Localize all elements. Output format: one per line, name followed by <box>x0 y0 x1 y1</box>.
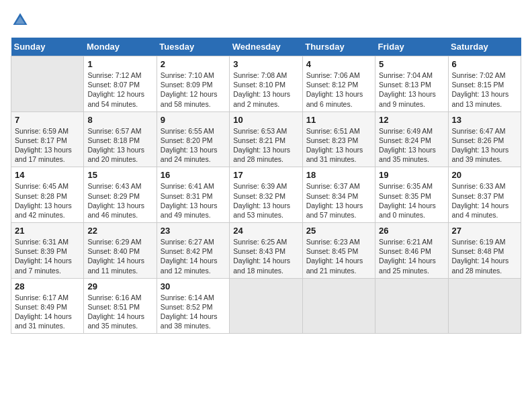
calendar-day-cell: 13Sunrise: 6:47 AMSunset: 8:26 PMDayligh… <box>448 111 521 167</box>
day-number: 30 <box>161 281 226 291</box>
day-info: Sunrise: 6:27 AMSunset: 8:42 PMDaylight:… <box>161 237 226 275</box>
calendar-day-cell: 28Sunrise: 6:17 AMSunset: 8:49 PMDayligh… <box>11 278 84 334</box>
day-number: 12 <box>379 115 444 125</box>
calendar-day-cell: 1Sunrise: 7:12 AMSunset: 8:07 PMDaylight… <box>84 56 157 112</box>
logo <box>11 11 32 30</box>
day-of-week-header: Friday <box>375 38 448 56</box>
day-number: 14 <box>15 170 80 180</box>
day-number: 15 <box>87 170 152 180</box>
calendar-day-cell: 15Sunrise: 6:43 AMSunset: 8:29 PMDayligh… <box>84 167 157 223</box>
calendar-day-cell: 11Sunrise: 6:51 AMSunset: 8:23 PMDayligh… <box>302 111 375 167</box>
day-number: 29 <box>87 281 152 291</box>
calendar-day-cell: 26Sunrise: 6:21 AMSunset: 8:46 PMDayligh… <box>375 223 448 279</box>
calendar-day-cell: 20Sunrise: 6:33 AMSunset: 8:37 PMDayligh… <box>448 167 521 223</box>
day-info: Sunrise: 6:25 AMSunset: 8:43 PMDaylight:… <box>233 237 298 275</box>
day-info: Sunrise: 7:06 AMSunset: 8:12 PMDaylight:… <box>306 71 371 109</box>
calendar-week-row: 1Sunrise: 7:12 AMSunset: 8:07 PMDaylight… <box>11 56 521 112</box>
calendar-day-cell <box>302 278 375 334</box>
day-info: Sunrise: 6:19 AMSunset: 8:48 PMDaylight:… <box>452 237 517 275</box>
calendar-day-cell: 4Sunrise: 7:06 AMSunset: 8:12 PMDaylight… <box>302 56 375 112</box>
day-number: 21 <box>15 226 80 236</box>
calendar-day-cell: 5Sunrise: 7:04 AMSunset: 8:13 PMDaylight… <box>375 56 448 112</box>
day-info: Sunrise: 6:16 AMSunset: 8:51 PMDaylight:… <box>87 293 152 331</box>
calendar-day-cell: 25Sunrise: 6:23 AMSunset: 8:45 PMDayligh… <box>302 223 375 279</box>
day-number: 22 <box>87 226 152 236</box>
logo-icon <box>11 11 30 30</box>
calendar-day-cell: 24Sunrise: 6:25 AMSunset: 8:43 PMDayligh… <box>230 223 302 279</box>
calendar-day-cell: 22Sunrise: 6:29 AMSunset: 8:40 PMDayligh… <box>84 223 157 279</box>
calendar-day-cell: 23Sunrise: 6:27 AMSunset: 8:42 PMDayligh… <box>157 223 229 279</box>
day-info: Sunrise: 7:12 AMSunset: 8:07 PMDaylight:… <box>87 71 152 109</box>
day-info: Sunrise: 6:33 AMSunset: 8:37 PMDaylight:… <box>452 181 517 220</box>
day-info: Sunrise: 6:21 AMSunset: 8:46 PMDaylight:… <box>379 237 444 275</box>
day-info: Sunrise: 6:23 AMSunset: 8:45 PMDaylight:… <box>306 237 371 275</box>
calendar-day-cell: 9Sunrise: 6:55 AMSunset: 8:20 PMDaylight… <box>157 111 229 167</box>
day-number: 7 <box>15 115 80 125</box>
day-number: 25 <box>306 226 371 236</box>
day-number: 5 <box>379 59 444 69</box>
calendar-day-cell: 12Sunrise: 6:49 AMSunset: 8:24 PMDayligh… <box>375 111 448 167</box>
calendar-day-cell: 27Sunrise: 6:19 AMSunset: 8:48 PMDayligh… <box>448 223 521 279</box>
day-number: 18 <box>306 170 371 180</box>
calendar-day-cell: 7Sunrise: 6:59 AMSunset: 8:17 PMDaylight… <box>11 111 84 167</box>
day-info: Sunrise: 6:17 AMSunset: 8:49 PMDaylight:… <box>15 293 80 331</box>
day-of-week-header: Wednesday <box>230 38 302 56</box>
day-info: Sunrise: 6:57 AMSunset: 8:18 PMDaylight:… <box>87 126 152 165</box>
day-info: Sunrise: 6:35 AMSunset: 8:35 PMDaylight:… <box>379 181 444 220</box>
day-number: 3 <box>233 59 298 69</box>
day-number: 24 <box>233 226 298 236</box>
calendar-week-row: 28Sunrise: 6:17 AMSunset: 8:49 PMDayligh… <box>11 278 521 334</box>
day-info: Sunrise: 7:08 AMSunset: 8:10 PMDaylight:… <box>233 71 298 109</box>
day-number: 23 <box>161 226 226 236</box>
calendar-day-cell: 17Sunrise: 6:39 AMSunset: 8:32 PMDayligh… <box>230 167 302 223</box>
day-info: Sunrise: 6:49 AMSunset: 8:24 PMDaylight:… <box>379 126 444 165</box>
day-number: 8 <box>87 115 152 125</box>
calendar-week-row: 21Sunrise: 6:31 AMSunset: 8:39 PMDayligh… <box>11 223 521 279</box>
calendar-table: SundayMondayTuesdayWednesdayThursdayFrid… <box>11 38 521 334</box>
day-info: Sunrise: 6:59 AMSunset: 8:17 PMDaylight:… <box>15 126 80 165</box>
calendar-day-cell: 3Sunrise: 7:08 AMSunset: 8:10 PMDaylight… <box>230 56 302 112</box>
day-number: 19 <box>379 170 444 180</box>
day-of-week-header: Sunday <box>11 38 84 56</box>
calendar-day-cell: 29Sunrise: 6:16 AMSunset: 8:51 PMDayligh… <box>84 278 157 334</box>
calendar-week-row: 7Sunrise: 6:59 AMSunset: 8:17 PMDaylight… <box>11 111 521 167</box>
calendar-day-cell <box>11 56 84 112</box>
day-of-week-header: Thursday <box>302 38 375 56</box>
day-info: Sunrise: 6:37 AMSunset: 8:34 PMDaylight:… <box>306 181 371 220</box>
day-number: 16 <box>161 170 226 180</box>
day-info: Sunrise: 6:14 AMSunset: 8:52 PMDaylight:… <box>161 293 226 331</box>
day-number: 17 <box>233 170 298 180</box>
day-info: Sunrise: 6:31 AMSunset: 8:39 PMDaylight:… <box>15 237 80 275</box>
day-info: Sunrise: 7:04 AMSunset: 8:13 PMDaylight:… <box>379 71 444 109</box>
calendar-day-cell: 6Sunrise: 7:02 AMSunset: 8:15 PMDaylight… <box>448 56 521 112</box>
calendar-day-cell: 2Sunrise: 7:10 AMSunset: 8:09 PMDaylight… <box>157 56 229 112</box>
day-number: 2 <box>161 59 226 69</box>
day-number: 4 <box>306 59 371 69</box>
day-info: Sunrise: 6:45 AMSunset: 8:28 PMDaylight:… <box>15 181 80 220</box>
calendar-day-cell <box>375 278 448 334</box>
calendar-header-row: SundayMondayTuesdayWednesdayThursdayFrid… <box>11 38 521 56</box>
calendar-day-cell: 14Sunrise: 6:45 AMSunset: 8:28 PMDayligh… <box>11 167 84 223</box>
calendar-day-cell: 18Sunrise: 6:37 AMSunset: 8:34 PMDayligh… <box>302 167 375 223</box>
day-number: 13 <box>452 115 517 125</box>
day-info: Sunrise: 6:51 AMSunset: 8:23 PMDaylight:… <box>306 126 371 165</box>
day-number: 1 <box>87 59 152 69</box>
day-info: Sunrise: 6:41 AMSunset: 8:31 PMDaylight:… <box>161 181 226 220</box>
day-info: Sunrise: 6:43 AMSunset: 8:29 PMDaylight:… <box>87 181 152 220</box>
page-header <box>11 11 521 30</box>
day-number: 6 <box>452 59 517 69</box>
day-number: 20 <box>452 170 517 180</box>
calendar-day-cell <box>230 278 302 334</box>
day-number: 10 <box>233 115 298 125</box>
day-of-week-header: Tuesday <box>157 38 229 56</box>
calendar-day-cell <box>448 278 521 334</box>
calendar-day-cell: 21Sunrise: 6:31 AMSunset: 8:39 PMDayligh… <box>11 223 84 279</box>
calendar-week-row: 14Sunrise: 6:45 AMSunset: 8:28 PMDayligh… <box>11 167 521 223</box>
day-number: 27 <box>452 226 517 236</box>
day-of-week-header: Monday <box>84 38 157 56</box>
day-number: 28 <box>15 281 80 291</box>
day-info: Sunrise: 6:47 AMSunset: 8:26 PMDaylight:… <box>452 126 517 165</box>
day-info: Sunrise: 7:02 AMSunset: 8:15 PMDaylight:… <box>452 71 517 109</box>
day-number: 9 <box>161 115 226 125</box>
calendar-day-cell: 16Sunrise: 6:41 AMSunset: 8:31 PMDayligh… <box>157 167 229 223</box>
